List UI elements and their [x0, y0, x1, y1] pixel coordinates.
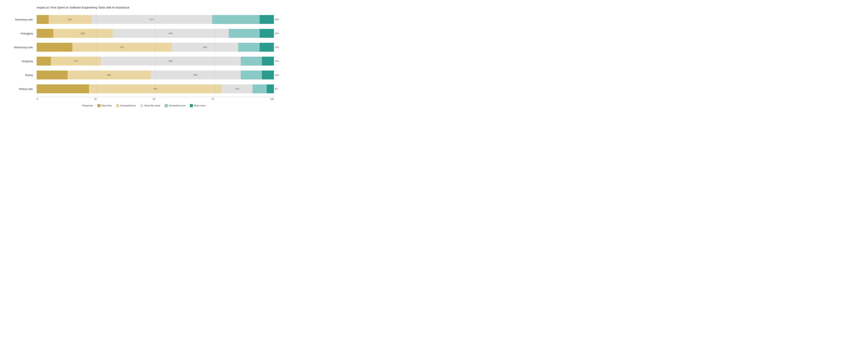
bar-segment-somewhat_more	[212, 15, 260, 24]
bar-segment-about_same: 13%	[222, 85, 252, 93]
x-tick: 100	[270, 98, 274, 101]
segment-label: 15%	[275, 46, 279, 49]
chart-title: Impact on Time Spent on Software Enginee…	[37, 6, 282, 9]
bar-segment-much_more: 14%	[262, 57, 274, 66]
segment-label: 13%	[235, 88, 239, 90]
bar-segment-somewhat_less: 57%	[72, 43, 172, 52]
segment-label: 49%	[168, 32, 173, 34]
bar-segment-much_more: 20%	[260, 29, 274, 38]
segment-label: 32%	[81, 32, 85, 34]
segment-label: 14%	[275, 60, 279, 62]
bar-segment-much_more: 15%	[260, 43, 274, 52]
chart-row: Designing27%59%14%	[37, 54, 274, 68]
bar-track: 23%51%26%	[37, 15, 274, 24]
bar-segment-about_same: 51%	[91, 15, 212, 24]
bar-segment-somewhat_less: 48%	[67, 70, 151, 80]
chart-row: Debugging32%49%20%	[37, 26, 274, 40]
bar-segment-much_less	[37, 43, 72, 52]
bar-segment-much_less	[37, 70, 67, 80]
bar-segment-somewhat_more	[238, 43, 260, 52]
bar-segment-much_less	[37, 29, 53, 38]
x-axis: 0255075100	[37, 97, 274, 101]
segment-label: 59%	[168, 60, 173, 62]
legend-swatch	[190, 104, 193, 107]
legend-item: Somewhat less	[116, 104, 136, 107]
row-label: Designing	[8, 60, 35, 63]
row-label: Writing code	[8, 88, 35, 90]
bar-segment-much_more: 14%	[262, 70, 274, 80]
segment-label: 26%	[275, 18, 279, 21]
legend: Response Much lessSomewhat lessAbout the…	[8, 104, 282, 107]
bar-track: 27%59%14%	[37, 57, 274, 66]
legend-title: Response	[82, 104, 93, 107]
x-tick: 0	[37, 98, 38, 101]
row-label: Debugging	[8, 32, 35, 35]
bar-segment-somewhat_more	[252, 85, 267, 93]
segment-label: 78%	[153, 88, 157, 90]
bar-track: 32%49%20%	[37, 29, 274, 38]
bar-segment-about_same: 59%	[101, 57, 241, 66]
legend-item-label: About the same	[144, 104, 160, 107]
legend-swatch	[116, 104, 119, 107]
bar-segment-much_less	[37, 15, 49, 24]
legend-item-label: Somewhat more	[169, 104, 186, 107]
chart-container: Impact on Time Spent on Software Enginee…	[4, 2, 285, 114]
segment-label: 23%	[68, 18, 72, 21]
bar-segment-somewhat_more	[241, 70, 262, 80]
bar-segment-somewhat_less: 32%	[53, 29, 113, 38]
chart-row: Reviewing code23%51%26%	[37, 12, 274, 26]
segment-label: 48%	[107, 74, 111, 76]
chart-area: Reviewing code23%51%26%Debugging32%49%20…	[37, 12, 274, 96]
bar-segment-somewhat_less: 27%	[51, 57, 101, 66]
bar-segment-much_less	[37, 85, 89, 93]
segment-label: 14%	[275, 74, 279, 76]
legend-item: Much less	[97, 104, 112, 107]
segment-label: 20%	[275, 32, 279, 34]
legend-item-label: Somewhat less	[120, 104, 136, 107]
legend-swatch	[140, 104, 143, 107]
legend-swatch	[97, 104, 100, 107]
segment-label: 8%	[275, 88, 278, 90]
segment-label: 28%	[203, 46, 207, 49]
x-tick: 25	[94, 98, 96, 101]
legend-item-label: Much less	[101, 104, 112, 107]
legend-swatch	[165, 104, 168, 107]
row-label: Reviewing code	[8, 18, 35, 21]
bar-track: 78%13%8%	[37, 85, 274, 93]
bar-segment-much_more: 26%	[260, 15, 274, 24]
segment-label: 38%	[193, 74, 198, 76]
bar-segment-about_same: 38%	[151, 70, 241, 80]
bar-segment-somewhat_less: 23%	[49, 15, 91, 24]
chart-row: Writing code78%13%8%	[37, 82, 274, 96]
bar-segment-about_same: 28%	[172, 43, 238, 52]
segment-label: 27%	[74, 60, 78, 62]
segment-label: 51%	[150, 18, 154, 21]
bar-segment-somewhat_more	[229, 29, 260, 38]
bar-segment-much_less	[37, 57, 51, 66]
bar-track: 48%38%14%	[37, 70, 274, 80]
row-label: Refactoring code	[8, 46, 35, 49]
bar-segment-much_more: 8%	[267, 85, 274, 93]
bar-segment-somewhat_more	[241, 57, 262, 66]
row-label: Testing	[8, 74, 35, 76]
bar-segment-about_same: 49%	[113, 29, 229, 38]
legend-item-label: Much more	[194, 104, 206, 107]
bar-track: 57%28%15%	[37, 43, 274, 52]
chart-row: Testing48%38%14%	[37, 68, 274, 82]
x-tick: 75	[211, 98, 214, 101]
legend-item: Somewhat more	[165, 104, 186, 107]
chart-row: Refactoring code57%28%15%	[37, 40, 274, 54]
legend-item: Much more	[190, 104, 206, 107]
segment-label: 57%	[120, 46, 124, 49]
bar-segment-somewhat_less: 78%	[89, 85, 222, 93]
legend-item: About the same	[140, 104, 160, 107]
x-tick: 50	[153, 98, 155, 101]
